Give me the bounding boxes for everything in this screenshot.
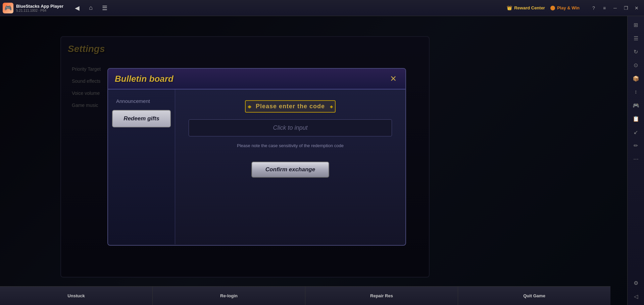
sidebar-edit-icon[interactable]: ✏ xyxy=(630,139,642,151)
tab-redeem[interactable]: Redeem gifts xyxy=(112,110,171,127)
code-input-placeholder: Click to input xyxy=(196,124,385,131)
play-win-label: Play & Win xyxy=(557,5,580,10)
sidebar-arrow-icon[interactable]: ◁ xyxy=(630,290,642,302)
quit-game-button[interactable]: Quit Game xyxy=(458,287,610,305)
unstuck-button[interactable]: Unstuck xyxy=(0,287,153,305)
confirm-btn-label: Confirm exchange xyxy=(265,166,315,173)
topbar-right: 👑 Reward Center Play & Win ? ≡ ─ ❐ ✕ xyxy=(507,3,641,13)
app-title-group: BlueStacks App Player 5.21.111.1002 · P6… xyxy=(16,4,63,12)
bulletin-left-panel: Announcement Redeem gifts xyxy=(108,89,175,244)
bulletin-title: Bulletin board xyxy=(115,74,174,84)
sidebar-grid-icon[interactable]: ⊞ xyxy=(630,19,642,31)
sidebar-clipboard-icon[interactable]: 📋 xyxy=(630,113,642,125)
sidebar-move-icon[interactable]: ↙ xyxy=(630,126,642,138)
unstuck-label: Unstuck xyxy=(67,293,85,298)
topbar-controls: ? ≡ ─ ❐ ✕ xyxy=(589,3,641,13)
game-area: Settings ✕ 83 Priority Target Sound effe… xyxy=(0,16,627,305)
maximize-button[interactable]: ❐ xyxy=(621,3,631,13)
help-button[interactable]: ? xyxy=(589,3,598,13)
bulletin-close-button[interactable]: ✕ xyxy=(388,73,399,84)
confirm-exchange-button[interactable]: Confirm exchange xyxy=(251,162,329,178)
bulletin-modal: Bulletin board ✕ Announcement Redeem gif… xyxy=(107,68,406,246)
orange-circle-icon xyxy=(550,6,555,10)
app-icon: 🎮 xyxy=(3,3,13,13)
minimize-button[interactable]: ─ xyxy=(610,3,620,13)
sidebar-refresh-icon[interactable]: ↻ xyxy=(630,46,642,58)
play-win-button[interactable]: Play & Win xyxy=(550,5,580,10)
sidebar-resize-icon[interactable]: ↕ xyxy=(630,86,642,98)
close-button[interactable]: ✕ xyxy=(632,3,641,13)
app-name: BlueStacks App Player xyxy=(16,4,63,9)
reward-center-label: Reward Center xyxy=(514,5,545,10)
diamond-left-icon: ◆ xyxy=(248,104,251,109)
bulletin-right-panel: ◆ Please enter the code ◆ Click to input… xyxy=(175,89,405,244)
bulletin-body: Announcement Redeem gifts ◆ Please enter… xyxy=(108,89,405,244)
topbar-nav: ◀ ⌂ ☰ xyxy=(73,3,109,13)
topbar: 🎮 BlueStacks App Player 5.21.111.1002 · … xyxy=(0,0,644,16)
repair-res-label: Repair Res xyxy=(370,293,393,298)
sidebar-package-icon[interactable]: 📦 xyxy=(630,72,642,84)
back-button[interactable]: ◀ xyxy=(73,3,82,13)
right-sidebar: ⊞ ☰ ↻ ⊙ 📦 ↕ 🎮 📋 ↙ ✏ ⋯ ⚙ ◁ xyxy=(627,16,644,305)
sidebar-gamepad-icon[interactable]: 🎮 xyxy=(630,99,642,111)
quit-game-label: Quit Game xyxy=(523,293,545,298)
code-prompt-text: Please enter the code xyxy=(256,103,325,110)
sidebar-list-icon[interactable]: ☰ xyxy=(630,32,642,44)
home-button[interactable]: ⌂ xyxy=(87,3,95,13)
bookmark-button[interactable]: ☰ xyxy=(100,3,109,13)
sidebar-camera-icon[interactable]: ⊙ xyxy=(630,59,642,71)
reward-center-button[interactable]: 👑 Reward Center xyxy=(507,5,545,10)
announcement-label: Announcement xyxy=(116,98,150,104)
redeem-label: Redeem gifts xyxy=(123,115,159,122)
bulletin-header: Bulletin board ✕ xyxy=(108,69,405,89)
topbar-left: 🎮 BlueStacks App Player 5.21.111.1002 · … xyxy=(3,3,507,13)
code-note: Please note the case sensitivity of the … xyxy=(237,143,344,148)
repair-res-button[interactable]: Repair Res xyxy=(305,287,458,305)
bottom-bar: Unstuck Re-login Repair Res Quit Game xyxy=(0,286,610,305)
app-version: 5.21.111.1002 · P64 xyxy=(16,9,63,12)
close-x-icon: ✕ xyxy=(390,74,397,83)
relogin-label: Re-login xyxy=(220,293,238,298)
tab-announcement[interactable]: Announcement xyxy=(112,95,171,107)
sidebar-settings-icon[interactable]: ⚙ xyxy=(630,277,642,289)
menu-button[interactable]: ≡ xyxy=(600,3,609,13)
sidebar-more-icon[interactable]: ⋯ xyxy=(630,153,642,165)
code-title-badge: ◆ Please enter the code ◆ xyxy=(245,100,336,113)
code-input-field[interactable]: Click to input xyxy=(189,119,392,136)
relogin-button[interactable]: Re-login xyxy=(153,287,305,305)
crown-icon: 👑 xyxy=(507,5,512,10)
diamond-right-icon: ◆ xyxy=(330,104,333,109)
